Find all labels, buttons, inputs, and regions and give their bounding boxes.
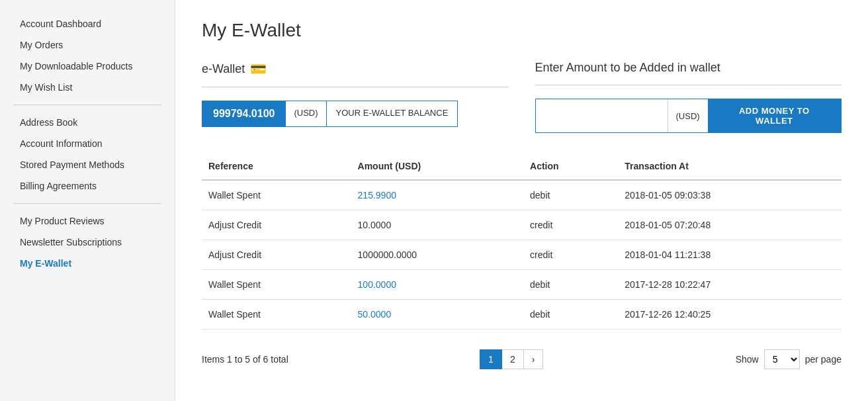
col-transaction-at: Transaction At [618,153,842,180]
add-money-divider [535,85,842,85]
sidebar-item-my-product-reviews[interactable]: My Product Reviews [0,210,175,232]
sidebar-item-account-information[interactable]: Account Information [0,133,175,154]
pagination-bar: Items 1 to 5 of 6 total 1 2 › Show 51015… [202,343,842,369]
per-page-label: per page [805,354,842,365]
table-row: Adjust Credit10.0000credit2018-01-05 07:… [202,210,842,240]
cell-action: debit [523,300,618,330]
cell-amount: 10.0000 [351,210,523,240]
sidebar-item-billing-agreements[interactable]: Billing Agreements [0,175,175,197]
cell-amount: 100.0000 [351,270,523,300]
wallet-icon: 💳 [250,61,267,77]
page-btn-1[interactable]: 1 [480,349,502,369]
col-amount: Amount (USD) [351,153,523,180]
add-money-title: Enter Amount to be Added in wallet [535,61,842,75]
pagination-controls: 1 2 › [480,349,543,369]
balance-currency: (USD) [285,101,326,126]
cell-reference: Wallet Spent [202,300,351,330]
table-row: Wallet Spent100.0000debit2017-12-28 10:2… [202,270,842,300]
cell-transaction-at: 2017-12-28 10:22:47 [618,270,842,300]
cell-transaction-at: 2017-12-26 12:40:25 [618,300,842,330]
sidebar-item-my-orders[interactable]: My Orders [0,34,175,56]
table-row: Adjust Credit1000000.0000credit2018-01-0… [202,240,842,270]
wallet-divider [202,87,509,87]
page-next-btn[interactable]: › [523,349,544,369]
cell-reference: Wallet Spent [202,270,351,300]
cell-action: credit [523,240,618,270]
add-money-bar: (USD) ADD MONEY TO WALLET [535,99,842,133]
cell-transaction-at: 2018-01-05 07:20:48 [618,210,842,240]
wallet-top-section: e-Wallet 💳 999794.0100 (USD) YOUR E-WALL… [202,61,842,133]
col-reference: Reference [202,153,351,180]
balance-label: YOUR E-WALLET BALANCE [326,101,458,126]
sidebar-item-newsletter-subscriptions[interactable]: Newsletter Subscriptions [0,232,175,253]
add-money-currency: (USD) [668,99,708,132]
cell-reference: Adjust Credit [202,210,351,240]
per-page-select[interactable]: 510152025 [764,349,800,369]
cell-amount: 50.0000 [351,300,523,330]
cell-amount: 215.9900 [351,180,523,210]
page-btn-2[interactable]: 2 [501,349,524,369]
wallet-section-title: e-Wallet 💳 [202,61,509,77]
table-body: Wallet Spent215.9900debit2018-01-05 09:0… [202,180,842,330]
cell-action: debit [523,270,618,300]
table-row: Wallet Spent215.9900debit2018-01-05 09:0… [202,180,842,210]
balance-bar: 999794.0100 (USD) YOUR E-WALLET BALANCE [202,101,458,127]
add-money-button[interactable]: ADD MONEY TO WALLET [708,99,841,132]
table-header-row: Reference Amount (USD) Action Transactio… [202,153,842,180]
transactions-table: Reference Amount (USD) Action Transactio… [202,153,842,330]
col-action: Action [523,153,618,180]
sidebar-item-account-dashboard[interactable]: Account Dashboard [0,13,175,34]
per-page-section: Show 510152025 per page [736,349,842,369]
show-label: Show [736,354,759,365]
page-title: My E-Wallet [202,20,842,41]
cell-action: debit [523,180,618,210]
cell-reference: Adjust Credit [202,240,351,270]
sidebar-item-my-wish-list[interactable]: My Wish List [0,77,175,98]
wallet-label: e-Wallet [202,62,245,76]
cell-reference: Wallet Spent [202,180,351,210]
balance-value: 999794.0100 [202,101,285,126]
sidebar: Account Dashboard My Orders My Downloada… [0,0,175,401]
wallet-balance-section: e-Wallet 💳 999794.0100 (USD) YOUR E-WALL… [202,61,509,127]
table-row: Wallet Spent50.0000debit2017-12-26 12:40… [202,300,842,330]
add-money-input[interactable] [536,99,668,132]
pagination-info: Items 1 to 5 of 6 total [202,354,288,365]
sidebar-item-my-e-wallet[interactable]: My E-Wallet [0,253,175,274]
add-money-section: Enter Amount to be Added in wallet (USD)… [535,61,842,133]
table-header: Reference Amount (USD) Action Transactio… [202,153,842,180]
cell-transaction-at: 2018-01-05 09:03:38 [618,180,842,210]
sidebar-divider-1 [13,105,161,105]
transactions-table-section: Reference Amount (USD) Action Transactio… [202,153,842,330]
sidebar-item-my-downloadable-products[interactable]: My Downloadable Products [0,56,175,77]
cell-amount: 1000000.0000 [351,240,523,270]
cell-action: credit [523,210,618,240]
cell-transaction-at: 2018-01-04 11:21:38 [618,240,842,270]
sidebar-divider-2 [13,203,161,204]
sidebar-item-stored-payment-methods[interactable]: Stored Payment Methods [0,154,175,175]
main-content: My E-Wallet e-Wallet 💳 999794.0100 (USD)… [175,0,868,401]
sidebar-item-address-book[interactable]: Address Book [0,112,175,133]
